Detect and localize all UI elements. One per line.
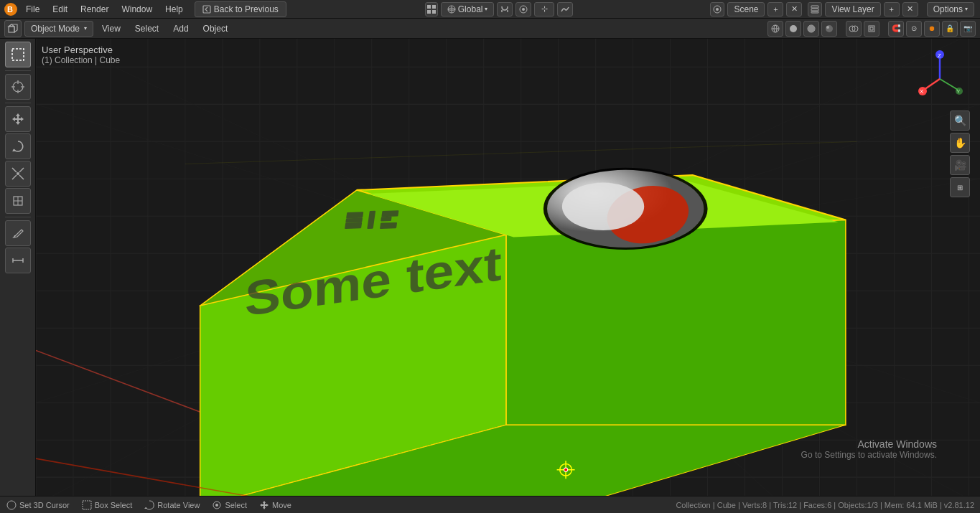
viewport-type-icon[interactable] [4,20,22,37]
workspace-layout-icon[interactable] [425,2,438,17]
material-icon [806,24,816,34]
view-layer-selector[interactable]: View Layer [825,2,880,17]
transform-pivot-icon[interactable]: ⊹ [534,2,554,17]
cursor-shortcut-icon [6,499,17,511]
edit-menu[interactable]: Edit [47,1,73,17]
viewport-shading-rendered[interactable] [821,21,837,37]
orientation-gizmo[interactable]: Z X Y [911,50,969,108]
window-menu[interactable]: Window [116,1,158,17]
set-3d-cursor-shortcut: Set 3D Cursor [6,499,70,511]
scene-selector[interactable]: Scene [727,2,765,17]
camera-button[interactable]: 🎥 [950,155,970,175]
object-mode-selector[interactable]: Object Mode ▾ [24,21,93,37]
blender-logo[interactable]: B [3,1,19,17]
svg-line-40 [12,168,17,172]
svg-marker-110 [506,220,846,425]
svg-point-142 [7,501,16,509]
svg-rect-33 [870,27,873,30]
gizmo-svg: Z X Y [911,50,969,108]
cube-icon [7,23,19,34]
svg-rect-2 [203,6,210,13]
measure-icon [11,253,25,268]
scale-tool[interactable] [5,161,31,187]
snap-magnet-icon [500,4,510,14]
pan-button[interactable]: ✋ [950,133,970,153]
svg-point-28 [826,25,833,32]
svg-rect-123 [381,217,392,222]
svg-point-13 [522,8,525,11]
options-button[interactable]: Options ▾ [927,2,974,17]
xray-toggle[interactable] [864,21,879,37]
viewport-shading-material[interactable] [803,21,819,37]
status-info: Collection | Cube | Verts:8 | Tris:12 | … [676,501,974,509]
select-box-tool[interactable] [5,42,31,67]
snap-toggle[interactable]: 🧲 [888,21,904,37]
view-layer-add-icon[interactable]: + [884,2,900,17]
dropdown-chevron: ▾ [485,6,487,12]
add-menu[interactable]: Add [167,21,194,37]
global-orientation-selector[interactable]: Global ▾ [441,2,495,17]
options-chevron: ▾ [965,6,968,12]
transform-icon [11,194,25,208]
svg-line-136 [924,79,940,90]
svg-line-43 [19,168,24,172]
move-icon [11,112,25,126]
svg-point-29 [826,26,829,29]
move-tool[interactable] [5,106,31,132]
select-menu[interactable]: Select [129,21,164,37]
toolbar-separator-1 [5,70,31,71]
select-icon [211,499,223,511]
wireframe-icon [770,24,780,34]
scene-icon[interactable] [710,2,724,17]
svg-rect-3 [427,5,431,9]
curve-icon [560,4,570,14]
annotate-icon [11,226,25,240]
view-menu[interactable]: View [96,21,126,37]
box-select-shortcut: Box Select [81,499,133,511]
scene-add-icon[interactable]: + [767,2,783,17]
select-box-icon [11,47,25,62]
snap-options-icon[interactable] [557,2,573,17]
view-all-button[interactable]: ⊞ [950,177,970,197]
svg-rect-117 [346,212,363,218]
file-menu[interactable]: File [20,1,45,17]
svg-line-139 [940,79,958,90]
help-menu[interactable]: Help [159,1,189,17]
overlay-toggle[interactable] [846,21,862,37]
annotate-tool[interactable] [5,220,31,246]
cursor-tool[interactable] [5,74,31,100]
main-viewport-area: Some text [0,39,980,496]
render-layers-icon[interactable] [808,2,822,17]
zoom-in-button[interactable]: 🔍 [950,110,970,131]
transform-tool[interactable] [5,188,31,214]
measure-tool[interactable] [5,248,31,273]
snap-icon[interactable] [497,2,513,17]
back-icon [202,5,211,14]
svg-rect-4 [432,5,436,9]
proportional-icon [518,4,528,14]
svg-rect-118 [345,218,363,223]
scene-remove-icon[interactable]: ✕ [786,2,802,17]
render-menu[interactable]: Render [75,1,114,17]
viewport-shading-wireframe[interactable] [767,21,783,37]
viewport-camera-icon[interactable]: 📷 [960,21,976,37]
auto-keying-toggle[interactable]: ⏺ [924,21,940,37]
top-menu-bar: B File Edit Render Window Help Back to P… [0,0,980,19]
mode-chevron: ▾ [84,25,87,32]
right-viewport-toolbar: 🔍 ✋ 🎥 ⊞ [950,110,970,197]
svg-rect-16 [811,6,818,8]
back-to-previous-button[interactable]: Back to Previous [195,1,286,17]
viewport-background: Some text [36,39,980,496]
svg-rect-121 [381,210,398,217]
rotate-tool[interactable] [5,133,31,159]
viewport-shading-solid[interactable] [785,21,801,37]
header-bar: Object Mode ▾ View Select Add Object [0,19,980,39]
object-menu[interactable]: Object [197,21,234,37]
view-layer-remove-icon[interactable]: ✕ [902,2,918,17]
3d-viewport[interactable]: Some text [36,39,980,496]
svg-point-25 [790,25,797,32]
svg-point-44 [17,172,19,175]
proportional-edit-toggle[interactable]: ⊙ [906,21,922,37]
viewport-lock-toggle[interactable]: 🔒 [942,21,958,37]
proportional-edit-icon[interactable] [515,2,531,17]
